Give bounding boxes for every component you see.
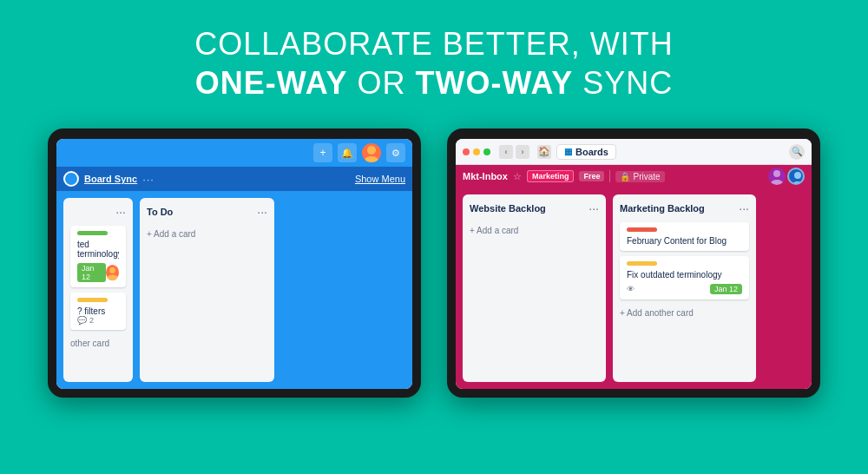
hero-line2-twoway: TWO-WAY: [416, 65, 574, 101]
marketing-backlog-column: Marketing Backlog ··· February Content f…: [613, 194, 756, 382]
bell-button[interactable]: 🔔: [338, 143, 357, 162]
marketing-col-header: Marketing Backlog ···: [620, 201, 749, 215]
traffic-lights: [463, 148, 490, 155]
hero-section: COLLABORATE BETTER, WITH ONE-WAY OR TWO-…: [0, 0, 868, 120]
todo-col-header: To Do ···: [147, 205, 267, 219]
mkt-board-name: Mkt-Inbox: [463, 171, 508, 181]
partial-col-more[interactable]: ···: [115, 205, 126, 219]
svg-point-0: [367, 146, 376, 155]
plus-button[interactable]: +: [313, 143, 332, 162]
website-add-card[interactable]: + Add a card: [470, 222, 599, 239]
svg-point-2: [109, 267, 115, 273]
mkt-avatar-1: [768, 168, 786, 185]
maximize-button[interactable]: [483, 148, 490, 155]
mkt-board-bar: Mkt-Inbox ☆ Marketing Free 🔒 Private: [456, 165, 812, 188]
board-dots: ···: [142, 173, 155, 186]
svg-point-1: [365, 156, 378, 162]
partial-column: ··· ted terminology Jan 12: [63, 198, 133, 382]
website-col-title: Website Backlog: [470, 203, 546, 214]
search-button[interactable]: 🔍: [789, 144, 805, 160]
mkt-board-content: Website Backlog ··· + Add a card Marketi…: [456, 188, 812, 389]
website-col-more[interactable]: ···: [589, 201, 599, 215]
mkt-card-1: February Content for Blog: [620, 222, 749, 251]
website-backlog-column: Website Backlog ··· + Add a card: [463, 194, 606, 382]
star-icon[interactable]: ☆: [513, 171, 522, 182]
board-subbar: Board Sync ··· Show Menu: [56, 167, 412, 191]
partial-col-header: ···: [70, 205, 126, 219]
show-menu-link[interactable]: Show Menu: [355, 174, 405, 184]
right-tablet: ‹ › 🏠 ▦ Boards 🔍 Mkt-Inbox ☆ Marketing F…: [447, 128, 820, 398]
nav-icons: ‹ ›: [499, 145, 529, 159]
forward-button[interactable]: ›: [516, 145, 529, 159]
eye-icon: 👁: [627, 285, 635, 293]
minimize-button[interactable]: [473, 148, 480, 155]
boards-icon: ▦: [564, 147, 572, 156]
mkt-avatar-2: [787, 168, 805, 185]
mkt-card-2: Fix outdated terminology 👁 Jan 12: [620, 256, 749, 300]
card1-date: Jan 12: [77, 263, 106, 282]
board-name[interactable]: Board Sync: [84, 174, 137, 184]
mkt-card2-text: Fix outdated terminology: [627, 270, 742, 280]
green-label: [77, 231, 108, 235]
todo-column: To Do ··· + Add a card: [140, 198, 274, 382]
hero-line2-oneway: ONE-WAY: [195, 65, 348, 101]
todo-add-card[interactable]: + Add a card: [147, 226, 267, 242]
user-avatar: [362, 143, 381, 162]
devices-row: + 🔔 ⚙ Board Sync ··· Show Menu: [0, 128, 868, 398]
board-icon: [63, 171, 79, 187]
svg-point-3: [108, 275, 118, 280]
back-button[interactable]: ‹: [499, 145, 513, 159]
hero-title: COLLABORATE BETTER, WITH ONE-WAY OR TWO-…: [17, 24, 851, 102]
mkt-yellow-label: [627, 261, 657, 266]
divider: [609, 170, 610, 182]
mkt-add-card[interactable]: + Add another card: [620, 305, 749, 321]
left-screen: + 🔔 ⚙ Board Sync ··· Show Menu: [56, 139, 412, 389]
private-label: Private: [633, 172, 660, 181]
website-col-header: Website Backlog ···: [470, 201, 599, 215]
left-toolbar: + 🔔 ⚙: [56, 139, 412, 167]
svg-point-5: [771, 180, 783, 185]
marketing-col-more[interactable]: ···: [739, 201, 749, 215]
card2-text: ? filters: [77, 306, 119, 316]
marketing-badge: Marketing: [527, 170, 575, 182]
lock-icon: 🔒: [620, 172, 630, 181]
gear-button[interactable]: ⚙: [386, 143, 405, 162]
free-badge: Free: [579, 171, 604, 181]
svg-point-4: [773, 170, 780, 177]
mkt-card1-text: February Content for Blog: [627, 236, 742, 246]
todo-col-more[interactable]: ···: [257, 205, 267, 219]
private-button[interactable]: 🔒 Private: [615, 171, 664, 182]
right-screen: ‹ › 🏠 ▦ Boards 🔍 Mkt-Inbox ☆ Marketing F…: [456, 139, 812, 389]
partial-card-2: ? filters 💬 2: [70, 293, 126, 330]
partial-add-card[interactable]: other card: [70, 335, 126, 352]
left-tablet: + 🔔 ⚙ Board Sync ··· Show Menu: [48, 128, 421, 398]
red-label: [627, 227, 657, 232]
partial-card-1: ted terminology Jan 12: [70, 226, 126, 287]
board-content: ··· ted terminology Jan 12: [56, 191, 412, 389]
yellow-label: [77, 298, 108, 302]
svg-point-6: [794, 172, 801, 179]
boards-label: Boards: [575, 147, 608, 157]
hero-line1: COLLABORATE BETTER, WITH: [194, 26, 673, 62]
home-button[interactable]: 🏠: [537, 145, 551, 159]
hero-or: OR: [348, 65, 416, 101]
card1-avatar: [106, 265, 119, 280]
comment-count: 💬 2: [77, 316, 119, 325]
browser-toolbar: ‹ › 🏠 ▦ Boards 🔍: [456, 139, 812, 165]
svg-point-7: [792, 181, 804, 185]
card1-text: ted terminology: [77, 240, 119, 259]
marketing-col-title: Marketing Backlog: [620, 203, 705, 214]
close-button[interactable]: [463, 148, 470, 155]
hero-sync: SYNC: [573, 65, 673, 101]
todo-title: To Do: [147, 207, 173, 217]
mkt-card2-date: Jan 12: [710, 284, 742, 294]
boards-tab[interactable]: ▦ Boards: [556, 144, 616, 160]
mkt-avatars: [768, 168, 805, 185]
